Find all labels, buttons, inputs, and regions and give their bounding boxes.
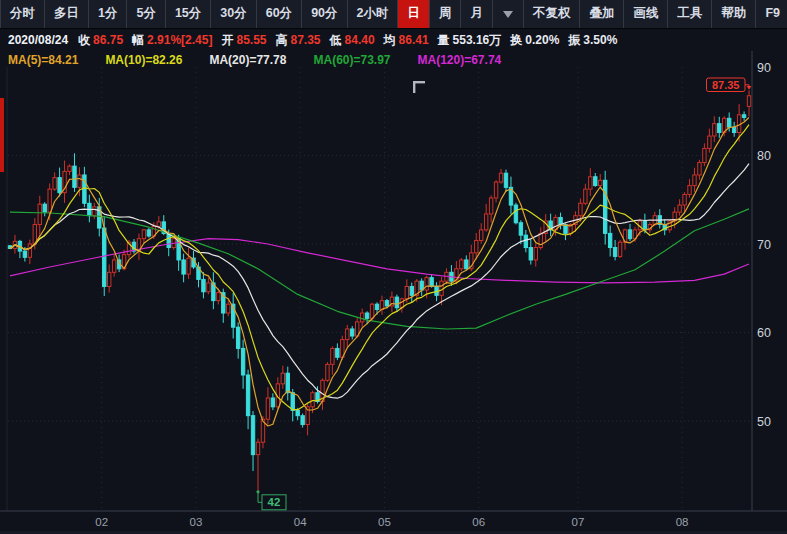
candles [8,90,750,491]
f9-button[interactable]: F9 [755,0,787,28]
x-axis-label: 06 [472,516,485,528]
candle [202,272,205,298]
tab-90min[interactable]: 90分 [301,0,346,28]
candle [63,161,66,203]
tab-multi-day[interactable]: 多日 [44,0,88,28]
candle [286,367,289,401]
candle [346,325,349,347]
candle [713,116,716,142]
candle [613,240,616,260]
candle [693,168,696,192]
candle [137,234,140,260]
low-price-marker-label: 42 [268,496,281,508]
ma-lines [10,118,749,427]
x-axis-label: 03 [190,516,203,528]
candle [683,192,686,212]
overlay-button[interactable]: 叠加 [579,0,623,28]
candle [628,224,631,241]
candle [212,272,215,309]
candle [331,346,334,374]
chart-svg: 908070605002030405060708 87.3542 [0,51,787,534]
help-button[interactable]: 帮助 [711,0,755,28]
ma-legend-ma10: MA(10)=82.26 [105,53,182,67]
quote-field-amplitude: 振3.50% [568,32,617,49]
quote-bar: 2020/08/24 收86.75幅2.91%[2.45]开85.55高87.3… [0,29,787,51]
quote-field-average: 均86.41 [384,32,429,49]
candle [514,203,517,225]
ma-legend-ma20: MA(20)=77.78 [209,53,286,67]
candle [732,122,735,137]
candle [698,160,701,180]
x-axis-label: 04 [294,516,307,528]
candle [241,340,244,389]
quote-fields: 收86.75幅2.91%[2.45]开85.55高87.35低84.40均86.… [78,32,626,49]
candle [18,240,21,258]
candle [400,298,403,313]
candle [83,167,86,207]
candle [108,264,111,292]
candle [246,370,249,430]
candle [232,293,235,339]
tab-daily[interactable]: 日 [397,0,429,28]
corner-bracket-mark [413,81,415,93]
candle [420,278,423,296]
candle [251,411,254,471]
tab-5min[interactable]: 5分 [126,0,164,28]
candle [524,230,527,252]
candle [187,248,190,279]
candle [142,229,145,243]
ma-legend-ma5: MA(5)=84.21 [8,53,78,67]
candle [207,278,210,294]
tab-1min[interactable]: 1分 [88,0,126,28]
y-axis-label: 70 [757,238,771,252]
quote-field-volume: 量553.16万 [438,32,502,49]
tab-monthly[interactable]: 月 [460,0,492,28]
tab-15min[interactable]: 15分 [165,0,210,28]
tab-30min[interactable]: 30分 [210,0,255,28]
adjust-mode-button[interactable]: 不复权 [523,0,580,28]
ma5-line [10,118,749,427]
quote-field-open: 开85.55 [221,32,266,49]
candle [182,254,185,283]
draw-line-button[interactable]: 画线 [623,0,667,28]
candle [529,239,532,264]
candle [549,214,552,237]
candle [256,439,259,492]
candle [608,225,611,256]
candle [539,227,542,250]
x-axis-label: 07 [572,516,585,528]
candle [480,223,483,243]
candle [88,195,91,223]
candlestick-chart[interactable]: MA(5)=84.21MA(10)=82.26MA(20)=77.78MA(60… [0,51,787,534]
ma-legend: MA(5)=84.21MA(10)=82.26MA(20)=77.78MA(60… [8,53,528,67]
candle [718,117,721,138]
candle [599,174,602,186]
ma-legend-ma120: MA(120)=67.74 [418,53,502,67]
period-toolbar: 分时多日1分5分15分30分60分90分2小时日周月 不复权叠加画线工具帮助F9… [0,0,787,29]
axes: 908070605002030405060708 [0,51,787,528]
period-dropdown-icon[interactable] [492,0,523,28]
price-markers: 87.3542 [256,78,751,510]
tools-button[interactable]: 工具 [667,0,711,28]
candle [742,111,745,120]
candle [708,129,711,153]
quote-field-change: 幅2.91%[2.45] [132,32,212,49]
candle [380,296,383,315]
y-axis-label: 80 [757,149,771,163]
x-axis-label: 02 [95,516,108,528]
tab-60min[interactable]: 60分 [256,0,301,28]
candle [618,240,621,258]
candle [276,377,279,409]
quote-field-low: 低84.40 [330,32,375,49]
x-axis-label: 08 [676,516,689,528]
quote-date: 2020/08/24 [8,33,68,47]
candle [663,219,666,235]
ma-legend-ma60: MA(60)=73.97 [313,53,390,67]
quote-field-high: 高87.35 [276,32,321,49]
gridlines [7,67,752,511]
candle [236,322,239,358]
candle [53,172,56,191]
tab-minute-view[interactable]: 分时 [0,0,44,28]
tab-2hour[interactable]: 2小时 [347,0,398,28]
tab-weekly[interactable]: 周 [429,0,461,28]
